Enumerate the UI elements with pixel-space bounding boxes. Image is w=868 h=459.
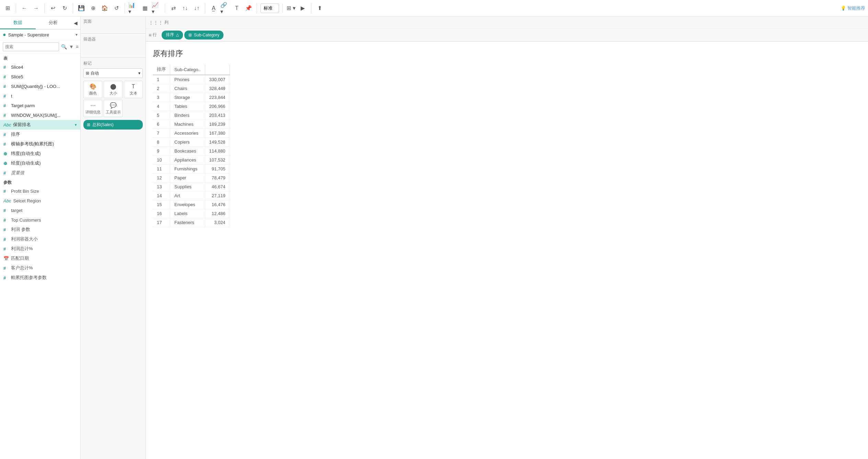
- param-match-date[interactable]: 📅 匹配日期: [0, 254, 80, 263]
- pin-button[interactable]: 📌: [244, 3, 253, 13]
- field-target-parm[interactable]: # Target parm: [0, 101, 80, 110]
- datasource-dropdown-arrow[interactable]: ▾: [76, 32, 78, 37]
- forward-button[interactable]: →: [31, 3, 41, 13]
- field-abc-icon: Abc: [3, 198, 11, 203]
- col-value-header: [205, 64, 230, 75]
- main-layout: 数据 分析 ◀ ● Sample - Superstore ▾ 🔍 ▼ ≡ ⊞ …: [0, 16, 868, 459]
- field-label: Target parm: [11, 103, 77, 108]
- separator: [44, 3, 45, 13]
- field-label: Top Customers: [11, 217, 77, 223]
- cell-name: Storage: [170, 93, 205, 102]
- rank-pill[interactable]: 排序 △: [162, 31, 183, 40]
- field-label: SUM([Quantity]) - LOO...: [11, 84, 77, 89]
- param-top-customers[interactable]: # Top Customers: [0, 215, 80, 225]
- field-t[interactable]: # t: [0, 91, 80, 101]
- link-button[interactable]: 🔗 ▾: [220, 3, 230, 13]
- cell-name: Labels: [170, 209, 205, 218]
- grid-button[interactable]: ⊞ ▾: [286, 3, 296, 13]
- present-button[interactable]: ▶: [298, 3, 308, 13]
- rows-shelf: ≡ 行 排序 △ ⊞ Sub-Category: [146, 29, 868, 41]
- smart-recommend-button[interactable]: 💡 智能推荐: [841, 5, 865, 11]
- size-mark-button[interactable]: ⬤ 大小: [104, 81, 123, 98]
- field-latitude[interactable]: ⊕ 纬度(自动生成): [0, 149, 80, 158]
- cell-value: 114,880: [205, 147, 230, 156]
- field-hash-icon: #: [3, 170, 9, 176]
- home-icon[interactable]: ⊞: [3, 3, 12, 13]
- search-icon[interactable]: 🔍: [61, 44, 67, 49]
- param-profit-bin-size[interactable]: # Profit Bin Size: [0, 186, 80, 196]
- field-rank[interactable]: # 排序: [0, 130, 80, 139]
- undo-button[interactable]: ↩: [48, 3, 58, 13]
- left-panel: 数据 分析 ◀ ● Sample - Superstore ▾ 🔍 ▼ ≡ ⊞ …: [0, 16, 81, 459]
- back-button[interactable]: ←: [20, 3, 29, 13]
- field-label: 排序: [11, 131, 77, 137]
- table-row: 11 Furnishings 91,705: [153, 165, 230, 173]
- datasource-selector[interactable]: ● Sample - Superstore ▾: [0, 30, 80, 40]
- save-button[interactable]: 💾: [77, 3, 86, 13]
- marks-type-selector[interactable]: ⊞ 自动 ▾: [83, 68, 143, 78]
- collapse-panel-button[interactable]: ◀: [71, 16, 80, 29]
- sort-asc-button[interactable]: ↑↓: [180, 3, 190, 13]
- field-keep-rank[interactable]: Abc 保留排名 ▾: [0, 120, 80, 130]
- param-target[interactable]: # target: [0, 205, 80, 215]
- lines-button[interactable]: 📈 ▾: [152, 3, 161, 13]
- subcategory-pill-label: Sub-Category: [194, 33, 219, 37]
- field-label: Slice5: [11, 74, 77, 79]
- field-measure-values[interactable]: # 度量值: [0, 168, 80, 178]
- swap-button[interactable]: ⇄: [169, 3, 178, 13]
- cell-rank: 3: [153, 93, 170, 102]
- field-label: 利润容器大小: [11, 236, 77, 242]
- center-panel: 页面 筛选器 标记 ⊞ 自动 ▾ 🎨 颜色 ⬤ 大小: [81, 16, 146, 459]
- field-dropdown-icon[interactable]: ▾: [75, 123, 77, 127]
- search-input[interactable]: [3, 42, 59, 51]
- filters-shelf-content[interactable]: [83, 44, 143, 55]
- tab-analysis[interactable]: 分析: [36, 16, 71, 29]
- tab-data[interactable]: 数据: [0, 16, 36, 29]
- tooltip-mark-button[interactable]: 💬 工具提示: [104, 100, 123, 117]
- refresh-button[interactable]: ↺: [112, 3, 121, 13]
- param-profit-total-pct[interactable]: # 利润总计%: [0, 244, 80, 254]
- field-label: target: [11, 208, 77, 213]
- param-profit-container-size[interactable]: # 利润容器大小: [0, 234, 80, 244]
- field-hash-icon: #: [3, 246, 9, 251]
- highlight-button[interactable]: A̲: [209, 3, 218, 13]
- cell-name: Paper: [170, 173, 205, 182]
- param-selcet-region[interactable]: Abc Selcet Region: [0, 196, 80, 205]
- field-label: Slice4: [11, 65, 77, 70]
- cell-name: Tables: [170, 102, 205, 111]
- field-Slice4[interactable]: # Slice4: [0, 62, 80, 72]
- columns-shelf: ⋮⋮⋮ 列: [146, 16, 868, 29]
- cell-name: Fasteners: [170, 218, 205, 227]
- text-mark-button[interactable]: T 文本: [124, 81, 143, 98]
- param-profit-param[interactable]: # 利润 参数: [0, 225, 80, 234]
- sum-sales-pill[interactable]: ⊞ 总和(Sales): [83, 120, 143, 130]
- param-customer-total-pct[interactable]: # 客户总计%: [0, 263, 80, 273]
- bars-button[interactable]: ▦: [140, 3, 150, 13]
- field-window-max[interactable]: # WINDOW_MAX(SUM([...: [0, 110, 80, 120]
- share-button[interactable]: ⬆: [315, 3, 324, 13]
- detail-mark-button[interactable]: ⋯ 详细信息: [83, 100, 102, 117]
- color-mark-button[interactable]: 🎨 颜色: [83, 81, 102, 98]
- field-hash-icon: #: [3, 266, 9, 271]
- field-Slice5[interactable]: # Slice5: [0, 72, 80, 81]
- cell-value: 107,532: [205, 156, 230, 165]
- field-SUM-Quantity[interactable]: # SUM([Quantity]) - LOO...: [0, 81, 80, 91]
- chart-type-button[interactable]: 📊 ▾: [128, 3, 138, 13]
- subcategory-pill[interactable]: ⊞ Sub-Category: [184, 31, 223, 40]
- page-shelf-content[interactable]: [83, 24, 143, 31]
- show-startpage-button[interactable]: 🏠: [100, 3, 109, 13]
- view-dropdown[interactable]: 标准: [261, 3, 279, 13]
- filter-icon[interactable]: ▼: [69, 44, 74, 49]
- param-pareto-ref-param[interactable]: # 帕累托图参考参数: [0, 273, 80, 282]
- field-longitude[interactable]: ⊕ 经度(自动生成): [0, 158, 80, 168]
- add-datasource-button[interactable]: ⊕: [88, 3, 98, 13]
- list-view-icon[interactable]: ≡: [76, 44, 79, 49]
- text-button[interactable]: T: [232, 3, 242, 13]
- table-row: 15 Envelopes 16,476: [153, 200, 230, 209]
- sort-desc-button[interactable]: ↓↑: [192, 3, 201, 13]
- cell-name: Phones: [170, 75, 205, 84]
- field-horizontal-ref[interactable]: # 横轴参考线(帕累托图): [0, 139, 80, 149]
- field-hash-icon: #: [3, 217, 9, 223]
- tooltip-mark-icon: 💬: [110, 102, 117, 109]
- redo-button[interactable]: ↻: [60, 3, 69, 13]
